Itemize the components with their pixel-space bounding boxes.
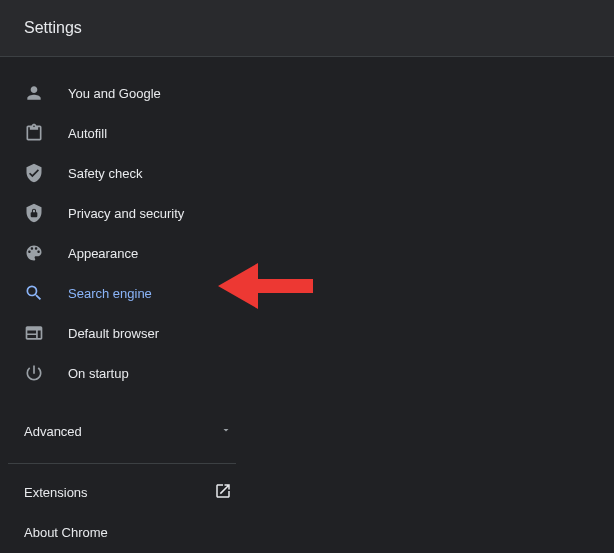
shield-check-icon	[24, 163, 44, 183]
sidebar-item-default-browser[interactable]: Default browser	[0, 313, 256, 353]
advanced-toggle[interactable]: Advanced	[0, 411, 256, 451]
power-icon	[24, 363, 44, 383]
about-label: About Chrome	[24, 525, 108, 540]
sidebar-item-label: Appearance	[68, 246, 138, 261]
sidebar-item-privacy-security[interactable]: Privacy and security	[0, 193, 256, 233]
clipboard-icon	[24, 123, 44, 143]
page-title: Settings	[24, 19, 82, 37]
advanced-label: Advanced	[24, 424, 82, 439]
sidebar-item-extensions[interactable]: Extensions	[0, 472, 256, 512]
sidebar-item-label: Safety check	[68, 166, 142, 181]
sidebar-item-label: Autofill	[68, 126, 107, 141]
sidebar-item-safety-check[interactable]: Safety check	[0, 153, 256, 193]
sidebar-item-label: Search engine	[68, 286, 152, 301]
sidebar-item-autofill[interactable]: Autofill	[0, 113, 256, 153]
sidebar-item-label: You and Google	[68, 86, 161, 101]
sidebar-item-label: Privacy and security	[68, 206, 184, 221]
settings-sidebar: You and Google Autofill Safety check Pri…	[0, 57, 256, 552]
person-icon	[24, 83, 44, 103]
sidebar-item-search-engine[interactable]: Search engine	[0, 273, 256, 313]
nav-list: You and Google Autofill Safety check Pri…	[0, 57, 256, 393]
extensions-label: Extensions	[24, 485, 88, 500]
open-in-new-icon	[214, 482, 232, 503]
sidebar-item-appearance[interactable]: Appearance	[0, 233, 256, 273]
sidebar-item-you-and-google[interactable]: You and Google	[0, 73, 256, 113]
sidebar-item-about-chrome[interactable]: About Chrome	[0, 512, 256, 552]
palette-icon	[24, 243, 44, 263]
browser-icon	[24, 323, 44, 343]
sidebar-item-on-startup[interactable]: On startup	[0, 353, 256, 393]
search-icon	[24, 283, 44, 303]
shield-lock-icon	[24, 203, 44, 223]
sidebar-item-label: On startup	[68, 366, 129, 381]
chevron-down-icon	[220, 424, 232, 439]
sidebar-item-label: Default browser	[68, 326, 159, 341]
settings-header: Settings	[0, 0, 614, 57]
sidebar-divider	[8, 463, 236, 464]
